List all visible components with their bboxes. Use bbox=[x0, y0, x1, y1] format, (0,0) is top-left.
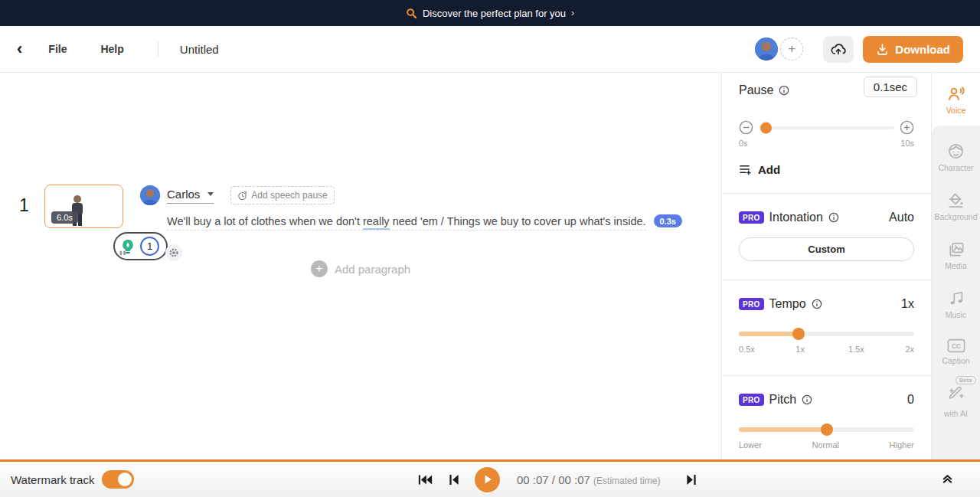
info-icon[interactable] bbox=[812, 299, 822, 309]
tempo-tick: 1x bbox=[795, 345, 805, 354]
info-icon[interactable] bbox=[779, 85, 789, 96]
menu-file[interactable]: File bbox=[48, 43, 67, 55]
sidebar-label-media: Media bbox=[945, 261, 967, 270]
list-add-icon bbox=[739, 164, 752, 175]
play-icon bbox=[482, 474, 493, 485]
previous-button[interactable] bbox=[449, 474, 459, 486]
menu-help[interactable]: Help bbox=[100, 43, 123, 55]
sidebar-item-background[interactable]: Background bbox=[932, 191, 980, 221]
plus-icon: + bbox=[311, 260, 328, 277]
duration-badge: 6.0s bbox=[51, 211, 78, 224]
paragraph-settings-button[interactable] bbox=[165, 244, 182, 261]
pitch-slider[interactable] bbox=[739, 423, 914, 436]
tempo-slider[interactable] bbox=[739, 328, 914, 340]
sidebar-item-voice[interactable]: Voice bbox=[932, 73, 980, 115]
user-avatar[interactable] bbox=[755, 38, 778, 60]
cloud-upload-icon bbox=[830, 41, 847, 57]
sidebar-label-background: Background bbox=[934, 212, 977, 221]
add-speech-pause-button[interactable]: Add speech pause bbox=[230, 186, 334, 204]
editor-canvas: 1 6.0s Carlos Add speech pause We'll buy… bbox=[0, 73, 721, 459]
script-sentence[interactable]: We'll buy a lot of clothes when we don't… bbox=[167, 214, 682, 227]
beta-badge: Beta bbox=[956, 376, 975, 384]
playback-time: 00 :07 / 00 :07 bbox=[517, 473, 590, 486]
add-pause-label: Add bbox=[758, 163, 780, 176]
pause-max-label: 10s bbox=[900, 139, 914, 148]
svg-text:CC: CC bbox=[952, 342, 961, 350]
pause-value-input[interactable]: 0.1sec bbox=[864, 77, 917, 97]
next-icon bbox=[686, 474, 697, 486]
paragraph-number: 1 bbox=[19, 195, 29, 216]
sidebar-item-music[interactable]: Music bbox=[932, 289, 980, 319]
speaker-select[interactable]: Carlos bbox=[167, 188, 214, 204]
add-speech-pause-label: Add speech pause bbox=[251, 190, 327, 201]
intonation-label: Intonation bbox=[769, 211, 823, 224]
estimate-pill[interactable]: ▮▮ 1 bbox=[113, 232, 168, 260]
tempo-tick: 0.5x bbox=[739, 345, 755, 354]
tools-sidebar: Voice Character Background Media Music C… bbox=[931, 73, 980, 459]
back-chevron-icon[interactable]: ‹ bbox=[17, 41, 22, 57]
tempo-slider-handle[interactable] bbox=[792, 328, 805, 340]
download-label: Download bbox=[895, 43, 950, 56]
pause-label: Pause bbox=[739, 83, 773, 97]
add-collaborator-button[interactable]: + bbox=[780, 38, 803, 60]
pause-slider[interactable] bbox=[759, 126, 894, 129]
intonation-custom-button[interactable]: Custom bbox=[739, 237, 914, 261]
drag-handle[interactable]: ▮▮ bbox=[119, 250, 127, 256]
sidebar-label-voice: Voice bbox=[946, 106, 966, 115]
estimated-time-label: (Estimated time) bbox=[593, 476, 660, 486]
sidebar-item-with-ai[interactable]: Beta with AI bbox=[932, 384, 980, 418]
skip-to-start-button[interactable] bbox=[418, 474, 433, 486]
watermark-label: Watermark track bbox=[11, 473, 94, 486]
add-paragraph-button[interactable]: + Add paragraph bbox=[0, 260, 721, 277]
pitch-tick: Higher bbox=[890, 440, 914, 450]
intonation-value: Auto bbox=[889, 211, 914, 224]
cloud-save-button[interactable] bbox=[823, 36, 854, 63]
collapse-panel-button[interactable] bbox=[941, 472, 954, 487]
sidebar-item-caption[interactable]: CC Caption bbox=[932, 338, 980, 365]
voice-icon bbox=[947, 86, 965, 103]
add-pause-button[interactable]: Add bbox=[739, 163, 914, 176]
info-icon[interactable] bbox=[828, 212, 839, 223]
avatar-face bbox=[755, 38, 778, 60]
sidebar-label-with-ai: with AI bbox=[944, 409, 968, 418]
watermark-toggle[interactable] bbox=[102, 470, 134, 489]
tempo-tick: 2x bbox=[905, 345, 914, 354]
double-chevron-up-icon bbox=[941, 472, 954, 484]
speaker-name: Carlos bbox=[167, 188, 200, 201]
announcement-text: Discover the perfect plan for you bbox=[423, 8, 566, 19]
voice-settings-panel: Pause 0.1sec 0s 10s Add PRO Intonation bbox=[721, 73, 931, 459]
pitch-slider-handle[interactable] bbox=[821, 423, 833, 436]
play-button[interactable] bbox=[475, 467, 500, 492]
add-paragraph-label: Add paragraph bbox=[335, 263, 410, 276]
announcement-bar[interactable]: Discover the perfect plan for you › bbox=[0, 0, 980, 26]
pro-badge: PRO bbox=[739, 394, 764, 406]
download-button[interactable]: Download bbox=[863, 36, 963, 63]
chevron-down-icon bbox=[207, 192, 214, 196]
scene-thumbnail[interactable]: 6.0s bbox=[44, 185, 123, 228]
decrease-pause-button[interactable] bbox=[739, 120, 753, 135]
ai-pencil-icon bbox=[947, 384, 965, 403]
pause-slider-handle[interactable] bbox=[760, 122, 772, 133]
sentence-highlighted-word[interactable]: really bbox=[363, 215, 390, 230]
sidebar-label-music: Music bbox=[946, 310, 966, 319]
announcement-chevron: › bbox=[571, 8, 574, 18]
info-icon[interactable] bbox=[802, 394, 812, 405]
speaker-avatar[interactable] bbox=[140, 185, 160, 205]
pitch-section: PRO Pitch 0 Lower Normal Higher bbox=[722, 375, 931, 463]
avatar-face bbox=[140, 185, 160, 205]
sentence-text: need 'em / Things we buy to cover up wha… bbox=[390, 215, 646, 227]
increase-pause-button[interactable] bbox=[900, 120, 914, 135]
next-button[interactable] bbox=[686, 474, 697, 486]
tempo-label: Tempo bbox=[769, 297, 806, 311]
tempo-section: PRO Tempo 1x 0.5x 1x 1.5x 2x bbox=[722, 280, 931, 375]
intonation-section: PRO Intonation Auto Custom bbox=[722, 193, 931, 280]
tempo-tick: 1.5x bbox=[848, 345, 864, 354]
pause-section: Pause 0.1sec 0s 10s Add bbox=[722, 73, 931, 193]
pitch-label: Pitch bbox=[769, 393, 797, 407]
sentence-pause-badge[interactable]: 0.3s bbox=[654, 214, 682, 227]
sidebar-item-media[interactable]: Media bbox=[932, 240, 980, 270]
sidebar-item-character[interactable]: Character bbox=[932, 142, 980, 172]
header-divider bbox=[158, 41, 158, 57]
pitch-tick: Lower bbox=[739, 440, 762, 450]
document-title[interactable]: Untitled bbox=[180, 43, 219, 56]
